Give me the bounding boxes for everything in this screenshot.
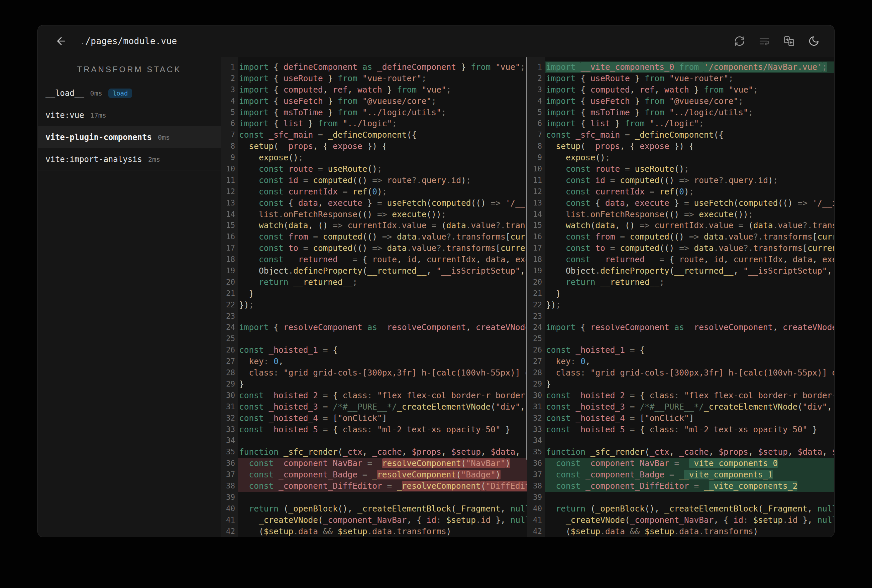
code-token: ;	[748, 210, 753, 219]
line-number: 3	[221, 84, 238, 96]
code-token: expose	[239, 153, 289, 162]
code-line: ($setup.data && $setup.data.transforms)	[238, 526, 527, 537]
line-number: 32	[527, 412, 545, 424]
code-token: $setup	[571, 526, 600, 536]
dark-mode-toggle[interactable]	[808, 35, 819, 47]
line-number: 30	[527, 390, 545, 401]
code-token: }	[546, 289, 561, 298]
sidebar-item-vite-vue[interactable]: vite:vue17ms	[38, 104, 221, 126]
code-token: =>	[684, 210, 699, 219]
code-token: $data	[490, 447, 515, 457]
code-token: from	[595, 232, 615, 242]
sidebar-item-vite-plugin-components[interactable]: vite-plugin-components0ms	[38, 126, 221, 148]
code-token: =>	[490, 198, 505, 208]
code-token: ,	[402, 447, 412, 457]
code-token: const	[239, 187, 289, 196]
code-token: data	[289, 220, 308, 230]
code-token: data	[298, 198, 318, 208]
code-line	[545, 311, 834, 322]
code-token: {	[580, 74, 591, 83]
code-token: resolveComponent	[284, 322, 362, 332]
code-token: ()	[674, 164, 684, 174]
code-token: _vite_components_1	[684, 470, 773, 479]
code-token: _createVNode	[546, 515, 625, 525]
code-token: ;	[520, 62, 525, 72]
line-number: 4	[221, 96, 238, 107]
code-line: _createVNode(_component_NavBar, { id: $s…	[238, 514, 527, 526]
code-token: }	[362, 198, 377, 208]
code-line: function _sfc_render(_ctx, _cache, $prop…	[238, 446, 527, 458]
code-after[interactable]: import __vite_components_0 from '/compon…	[545, 57, 834, 537]
code-token: (()	[352, 243, 372, 253]
code-token: }	[323, 74, 338, 83]
code-line: import { resolveComponent as _resolveCom…	[238, 322, 527, 333]
code-token: =	[338, 187, 352, 196]
back-button[interactable]	[55, 35, 67, 47]
code-token: ;	[773, 176, 778, 185]
code-token: const	[546, 187, 595, 196]
code-token: transforms	[397, 526, 447, 536]
code-token: __returned__	[674, 266, 734, 276]
code-token: =	[645, 187, 659, 196]
sidebar-item-vite-import-analysis[interactable]: vite:import-analysis2ms	[38, 148, 221, 170]
refresh-button[interactable]	[734, 35, 745, 47]
code-token: }	[456, 62, 471, 72]
code-token: "ml-2 text-xs opacity-50"	[684, 424, 807, 434]
code-token: route	[372, 255, 397, 264]
diff-view-toggle[interactable]	[783, 35, 795, 47]
code-token: __props	[585, 141, 620, 151]
code-token: ;	[556, 300, 561, 310]
code-token: const	[239, 413, 269, 423]
code-token: }	[501, 424, 511, 434]
code-token: (	[367, 187, 373, 196]
code-token: ;	[738, 96, 743, 106]
code-line: const route = useRoute();	[545, 164, 834, 175]
left-panel-scrollbar[interactable]	[526, 57, 527, 460]
code-token: "vue-router"	[362, 74, 422, 83]
line-number: 7	[221, 129, 238, 141]
code-token: =	[313, 164, 328, 174]
line-number: 1	[527, 62, 545, 73]
code-token: class	[649, 424, 674, 434]
code-token: data	[595, 220, 615, 230]
code-line: function _sfc_render(_ctx, _cache, $prop…	[545, 446, 834, 458]
code-line: const _component_Badge = _resolveCompone…	[238, 469, 527, 480]
line-number: 40	[221, 503, 238, 514]
code-token: import	[239, 108, 274, 117]
code-token: value	[402, 220, 427, 230]
line-number: 40	[527, 503, 545, 514]
code-token: computed	[431, 198, 471, 208]
code-token: data	[298, 526, 318, 536]
code-token: transforms	[753, 243, 803, 253]
code-token: {	[333, 424, 343, 434]
code-line: import { computed, ref, watch } from "vu…	[238, 84, 527, 96]
code-line: import { defineComponent as _defineCompo…	[238, 62, 527, 73]
code-token: {	[274, 96, 284, 106]
code-token: , ()	[615, 220, 640, 230]
line-wrap-toggle[interactable]	[759, 35, 770, 47]
code-token: computed	[284, 85, 323, 94]
code-token: =>	[372, 176, 387, 185]
code-token: =	[625, 345, 640, 355]
code-token: =	[318, 424, 333, 434]
code-before[interactable]: import { defineComponent as _defineCompo…	[238, 57, 527, 537]
code-token: _resolveComponent	[689, 322, 773, 332]
code-token: const	[239, 458, 278, 468]
code-token: from	[674, 62, 704, 72]
code-token: },	[797, 515, 817, 525]
line-number: 6	[527, 118, 545, 129]
code-line: const _hoisted_3 = /*#__PURE__*/_createE…	[545, 401, 834, 412]
code-line: import { msToTime } from "../logic/utils…	[545, 107, 834, 118]
line-number: 33	[527, 424, 545, 435]
line-number: 22	[221, 299, 238, 311]
code-token: _openBlock	[595, 504, 645, 513]
code-token: =	[605, 176, 620, 185]
code-token: ,	[515, 447, 525, 457]
code-token: const	[546, 130, 576, 140]
code-token: (	[625, 515, 630, 525]
code-token: ;	[431, 96, 436, 106]
sidebar-item--load-[interactable]: __load__0msload	[38, 82, 221, 104]
refresh-icon	[734, 35, 745, 47]
code-token: _hoisted_2	[576, 390, 625, 400]
plugin-time: 0ms	[158, 133, 170, 141]
